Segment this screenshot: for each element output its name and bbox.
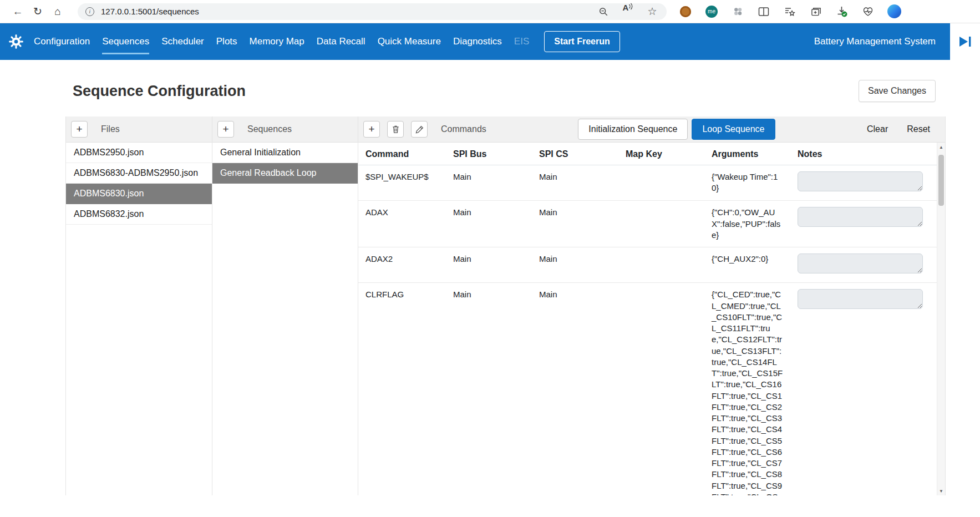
nav-item-sequences[interactable]: Sequences <box>96 23 155 60</box>
save-changes-button[interactable]: Save Changes <box>859 80 936 102</box>
cell-notes <box>790 201 937 247</box>
download-done-icon[interactable] <box>834 4 850 19</box>
file-list-item[interactable]: ADBMS6830-ADBMS2950.json <box>66 163 212 184</box>
column-header-notes: Notes <box>790 143 937 165</box>
cell-map-key <box>618 247 704 283</box>
command-row[interactable]: CLRFLAGMainMain{"CL_CED":true,"CL_CMED":… <box>358 283 937 495</box>
initialization-sequence-button[interactable]: Initialization Sequence <box>578 119 688 140</box>
cell-spi-bus: Main <box>446 165 532 201</box>
cell-spi-cs: Main <box>532 165 618 201</box>
column-header-command: Command <box>358 143 446 165</box>
scroll-down-icon[interactable]: ▼ <box>937 486 945 495</box>
commands-table: CommandSPI BusSPI CSMap KeyArgumentsNote… <box>358 143 937 495</box>
reset-button[interactable]: Reset <box>907 124 930 134</box>
cell-spi-bus: Main <box>446 283 532 495</box>
info-icon[interactable]: i <box>85 7 94 16</box>
command-row[interactable]: $SPI_WAKEUP$MainMain{"Wakeup Time":10} <box>358 165 937 201</box>
command-row[interactable]: ADAX2MainMain{"CH_AUX2":0} <box>358 247 937 283</box>
delete-command-button[interactable] <box>387 121 404 138</box>
column-header-arguments: Arguments <box>704 143 790 165</box>
cell-map-key <box>618 165 704 201</box>
add-file-button[interactable]: + <box>71 121 88 138</box>
zoom-out-icon[interactable] <box>597 3 610 21</box>
sequence-list-item[interactable]: General Initialization <box>212 143 358 163</box>
nav-item-data-recall[interactable]: Data Recall <box>311 23 372 60</box>
sequences-panel: + Sequences General InitializationGenera… <box>212 116 358 495</box>
loop-sequence-button[interactable]: Loop Sequence <box>692 119 775 140</box>
cell-arguments: {"Wakeup Time":10} <box>704 165 790 201</box>
refresh-icon[interactable]: ↻ <box>28 3 48 21</box>
add-sequence-button[interactable]: + <box>217 121 234 138</box>
home-icon[interactable]: ⌂ <box>48 3 68 21</box>
command-row[interactable]: ADAXMainMain{"CH":0,"OW_AUX":false,"PUP"… <box>358 201 937 247</box>
start-freerun-button[interactable]: Start Freerun <box>544 31 620 52</box>
cell-arguments: {"CL_CED":true,"CL_CMED":true,"CL_CS10FL… <box>704 283 790 495</box>
me-badge-icon[interactable]: me <box>704 4 719 19</box>
favorite-star-icon[interactable]: ☆ <box>646 3 659 21</box>
file-list-item[interactable]: ADBMS6830.json <box>66 184 212 204</box>
notes-input[interactable] <box>798 289 923 309</box>
files-panel-header: + Files <box>66 116 212 143</box>
cell-notes <box>790 165 937 201</box>
panels-container: + Files ADBMS2950.jsonADBMS6830-ADBMS295… <box>65 116 946 495</box>
cell-spi-cs: Main <box>532 283 618 495</box>
settings-gear-icon[interactable] <box>9 34 23 49</box>
notes-input[interactable] <box>798 254 923 273</box>
nav-item-quick-measure[interactable]: Quick Measure <box>372 23 447 60</box>
address-bar[interactable]: i 127.0.0.1:5001/sequences A ☆ <box>78 3 667 20</box>
commands-table-body: $SPI_WAKEUP$MainMain{"Wakeup Time":10}AD… <box>358 165 937 496</box>
app-navbar: ConfigurationSequencesSchedulerPlotsMemo… <box>0 23 980 60</box>
edge-logo-icon[interactable] <box>886 4 902 19</box>
files-panel: + Files ADBMS2950.jsonADBMS6830-ADBMS295… <box>66 116 212 495</box>
files-list: ADBMS2950.jsonADBMS6830-ADBMS2950.jsonAD… <box>66 143 212 225</box>
nav-items: ConfigurationSequencesSchedulerPlotsMemo… <box>28 23 535 60</box>
column-header-spi-bus: SPI Bus <box>446 143 532 165</box>
cell-notes <box>790 283 937 495</box>
add-command-button[interactable]: + <box>363 121 380 138</box>
clear-button[interactable]: Clear <box>867 124 888 134</box>
extension-area: me <box>678 4 902 19</box>
cell-spi-cs: Main <box>532 247 618 283</box>
cell-command: CLRFLAG <box>358 283 446 495</box>
nav-item-plots[interactable]: Plots <box>210 23 243 60</box>
commands-table-wrap: CommandSPI BusSPI CSMap KeyArgumentsNote… <box>358 143 937 495</box>
url-text[interactable]: 127.0.0.1:5001/sequences <box>101 7 597 16</box>
back-icon[interactable]: ← <box>8 3 28 21</box>
commands-scrollbar[interactable]: ▲ ▼ <box>937 143 945 495</box>
cell-arguments: {"CH":0,"OW_AUX":false,"PUP":false} <box>704 201 790 247</box>
cell-spi-bus: Main <box>446 247 532 283</box>
edit-command-button[interactable] <box>411 121 428 138</box>
sidebar-expand-button[interactable] <box>950 23 980 60</box>
nav-item-diagnostics[interactable]: Diagnostics <box>447 23 508 60</box>
sequence-list-item[interactable]: General Readback Loop <box>212 163 358 184</box>
scrollbar-track[interactable] <box>937 151 945 486</box>
scroll-up-icon[interactable]: ▲ <box>937 143 945 151</box>
extension-dots-icon[interactable] <box>730 4 745 19</box>
nav-item-eis[interactable]: EIS <box>508 23 535 60</box>
page-title: Sequence Configuration <box>73 83 246 100</box>
browser-essentials-icon[interactable] <box>860 4 876 19</box>
cell-map-key <box>618 283 704 495</box>
commands-panel: + Commands Initialization Sequence Loop … <box>358 116 946 495</box>
browser-chrome: ← ↻ ⌂ i 127.0.0.1:5001/sequences A ☆ me <box>0 0 980 23</box>
extension-orange-icon[interactable] <box>678 4 693 19</box>
notes-input[interactable] <box>798 207 923 227</box>
split-screen-icon[interactable] <box>756 4 771 19</box>
sequences-panel-header: + Sequences <box>212 116 358 143</box>
commands-table-header-row: CommandSPI BusSPI CSMap KeyArgumentsNote… <box>358 143 937 165</box>
collections-icon[interactable] <box>808 4 824 19</box>
commands-body: CommandSPI BusSPI CSMap KeyArgumentsNote… <box>358 143 945 495</box>
nav-item-configuration[interactable]: Configuration <box>28 23 96 60</box>
nav-item-scheduler[interactable]: Scheduler <box>155 23 210 60</box>
cell-command: ADAX <box>358 201 446 247</box>
cell-arguments: {"CH_AUX2":0} <box>704 247 790 283</box>
column-header-spi-cs: SPI CS <box>532 143 618 165</box>
file-list-item[interactable]: ADBMS2950.json <box>66 143 212 163</box>
cell-notes <box>790 247 937 283</box>
nav-item-memory-map[interactable]: Memory Map <box>243 23 311 60</box>
scrollbar-thumb[interactable] <box>938 155 944 206</box>
notes-input[interactable] <box>798 171 923 191</box>
read-aloud-icon[interactable]: A <box>621 3 634 21</box>
file-list-item[interactable]: ADBMS6832.json <box>66 204 212 225</box>
favorites-hub-icon[interactable] <box>782 4 798 19</box>
